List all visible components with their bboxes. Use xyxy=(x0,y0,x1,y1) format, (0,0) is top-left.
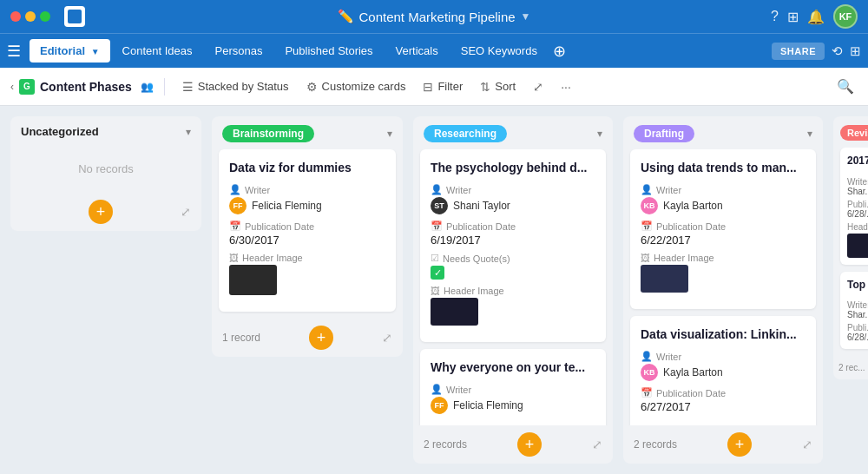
column-title: Researching xyxy=(424,125,507,142)
card-field-pubdate: 📅 Publication Date 6/22/2017 xyxy=(641,221,806,247)
check-icon: ☑ xyxy=(431,253,439,264)
field-label: 👤 Writer xyxy=(641,184,806,195)
card: The psychology behind d... 👤 Writer ST S… xyxy=(420,149,606,342)
separator xyxy=(164,78,165,95)
stacked-by-status-button[interactable]: ☰ Stacked by Status xyxy=(175,76,296,97)
filter-button[interactable]: ⊟ Filter xyxy=(416,76,470,97)
field-label: 🖼 Header Image xyxy=(641,253,806,263)
more-button[interactable]: ··· xyxy=(554,76,578,97)
expand-button[interactable]: ⤢ xyxy=(526,76,550,97)
expand-column-icon[interactable]: ⤢ xyxy=(181,205,191,219)
writer-name: Felicia Fleming xyxy=(252,200,322,212)
add-card-button[interactable]: + xyxy=(89,200,113,224)
add-card-button[interactable]: + xyxy=(727,432,752,457)
column-drafting: Drafting ▾ Using data trends to man... 👤… xyxy=(623,116,823,464)
maximize-button[interactable] xyxy=(40,11,50,22)
column-uncategorized: Uncategorized ▾ No records + ⤢ xyxy=(10,116,201,231)
traffic-lights xyxy=(10,11,50,22)
writer-avatar: KB xyxy=(641,197,658,214)
person-icon: 👤 xyxy=(431,384,443,395)
history-icon[interactable]: ⟲ xyxy=(832,43,843,59)
card: Data viz for dummies 👤 Writer FF Felicia… xyxy=(219,149,396,312)
table-icon: ☰ xyxy=(182,80,194,94)
records-count: 2 records xyxy=(634,438,677,451)
records-count: 1 record xyxy=(222,332,260,344)
writer-name: Kayla Barton xyxy=(663,200,723,212)
column-title: Brainstorming xyxy=(222,125,314,142)
header-image xyxy=(431,298,478,326)
card-title: 2017 to... xyxy=(847,155,868,168)
header-image xyxy=(641,265,688,293)
writer-avatar: KB xyxy=(641,364,658,381)
people-icon[interactable]: 👥 xyxy=(141,81,154,93)
views-icon[interactable]: ⊞ xyxy=(850,43,861,59)
title-bar: ✏️ Content Marketing Pipeline ▼ ? ⊞ 🔔 KF xyxy=(0,0,868,33)
cards-area-revising: 2017 to... Writer Shar... Publi... 6/28/… xyxy=(833,148,868,356)
nav-tab-content-ideas[interactable]: Content Ideas xyxy=(112,39,203,63)
customize-cards-button[interactable]: ⚙ Customize cards xyxy=(299,76,413,97)
cards-area-uncategorized: No records xyxy=(10,145,201,193)
nav-tab-verticals[interactable]: Verticals xyxy=(385,39,449,63)
dropdown-arrow-icon[interactable]: ▼ xyxy=(521,10,531,23)
sort-icon: ⇅ xyxy=(480,80,490,94)
sort-button[interactable]: ⇅ Sort xyxy=(473,76,523,97)
column-menu-icon[interactable]: ▾ xyxy=(807,128,812,140)
field-label: 👤 Writer xyxy=(229,184,385,195)
person-row: KB Kayla Barton xyxy=(641,197,806,214)
minimize-button[interactable] xyxy=(25,11,36,22)
card: 2017 to... Writer Shar... Publi... 6/28/… xyxy=(840,148,868,265)
column-header-researching: Researching ▾ xyxy=(413,116,613,149)
column-footer-drafting: 2 records + ⤢ xyxy=(623,425,823,464)
nav-tab-personas[interactable]: Personas xyxy=(205,39,273,63)
add-card-button[interactable]: + xyxy=(309,326,333,350)
column-title: Revisi... xyxy=(840,125,868,141)
field-label: 📅 Publication Date xyxy=(641,387,806,398)
toolbar-left: ‹ G Content Phases 👥 xyxy=(10,79,154,95)
expand-column-icon[interactable]: ⤢ xyxy=(802,438,812,451)
nav-bar: ☰ Editorial ▼ Content Ideas Personas Pub… xyxy=(0,33,868,68)
title-bar-right: ? ⊞ 🔔 KF xyxy=(771,4,858,29)
nav-tab-editorial[interactable]: Editorial ▼ xyxy=(30,39,110,63)
person-icon: 👤 xyxy=(229,184,241,195)
menu-icon[interactable]: ☰ xyxy=(7,42,21,61)
toolbar-right: 🔍 xyxy=(833,78,858,95)
avatar[interactable]: KF xyxy=(833,4,858,29)
close-button[interactable] xyxy=(10,11,21,22)
person-icon: 👤 xyxy=(641,351,653,362)
nav-tab-published-stories[interactable]: Published Stories xyxy=(274,39,383,63)
field-label: 📅 Publication Date xyxy=(229,221,385,232)
card-field-pubdate: 📅 Publication Date 6/19/2017 xyxy=(431,221,595,247)
card-field-pubdate: 📅 Publication Date 6/27/2017 xyxy=(641,387,806,413)
search-icon[interactable]: 🔍 xyxy=(833,76,858,97)
share-button[interactable]: SHARE xyxy=(772,43,825,60)
card-title: Data viz for dummies xyxy=(229,160,385,175)
expand-column-icon[interactable]: ⤢ xyxy=(382,331,392,345)
card-field-writer: 👤 Writer ST Shani Taylor xyxy=(431,184,595,214)
calendar-icon: 📅 xyxy=(641,387,653,398)
pub-date: 6/27/2017 xyxy=(641,400,806,413)
field-label: 📅 Publication Date xyxy=(431,221,595,232)
nav-tab-seo-keywords[interactable]: SEO Keywords xyxy=(450,39,548,63)
no-records-label: No records xyxy=(17,145,194,193)
column-header-uncategorized: Uncategorized ▾ xyxy=(10,116,201,145)
help-icon[interactable]: ? xyxy=(771,9,779,24)
card: Data visualization: Linkin... 👤 Writer K… xyxy=(630,316,816,425)
add-tab-icon[interactable]: ⊕ xyxy=(553,42,566,61)
column-footer-brainstorming: 1 record + ⤢ xyxy=(212,319,403,357)
column-menu-icon[interactable]: ▾ xyxy=(387,128,392,140)
expand-column-icon[interactable]: ⤢ xyxy=(592,438,602,451)
column-footer-uncategorized: + ⤢ xyxy=(10,193,201,231)
collapse-icon[interactable]: ‹ xyxy=(10,81,14,93)
card-title: Using data trends to man... xyxy=(641,160,806,175)
field-label: 👤 Writer xyxy=(431,184,595,195)
nav-right: SHARE ⟲ ⊞ xyxy=(772,43,861,60)
add-card-button[interactable]: + xyxy=(517,432,542,457)
column-menu-icon[interactable]: ▾ xyxy=(597,128,602,140)
column-researching: Researching ▾ The psychology behind d...… xyxy=(413,116,613,464)
column-menu-icon[interactable]: ▾ xyxy=(186,126,191,138)
grid-icon[interactable]: ⊞ xyxy=(787,9,799,25)
bell-icon[interactable]: 🔔 xyxy=(807,9,825,25)
field-label: 👤 Writer xyxy=(431,384,595,395)
title-bar-left xyxy=(10,6,85,27)
card: Why everyone on your te... 👤 Writer FF F… xyxy=(420,349,606,425)
